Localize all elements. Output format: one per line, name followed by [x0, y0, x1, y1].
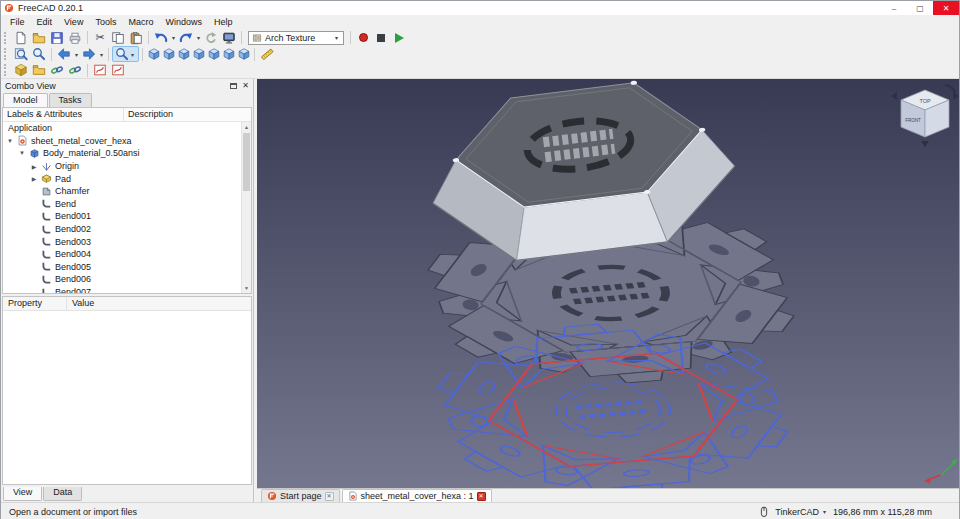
undo-button[interactable] — [152, 30, 170, 46]
copy-button[interactable] — [109, 30, 127, 46]
tab-document[interactable]: sheet_metal_cover_hexa : 1 ✕ — [342, 489, 492, 502]
expander-collapsed-icon[interactable]: ▶ — [30, 175, 38, 182]
view-top-button[interactable] — [176, 46, 191, 62]
viewport-3d-canvas[interactable]: TOP FRONT — [257, 79, 959, 488]
print-button[interactable] — [66, 30, 84, 46]
dock-panel-icon[interactable] — [230, 83, 237, 89]
toolbar-grip[interactable] — [4, 64, 9, 76]
tree-row-origin[interactable]: ▶ Origin — [3, 160, 241, 173]
tree-row-bend004[interactable]: Bend004 — [3, 248, 241, 261]
create-sketch-button[interactable] — [91, 62, 109, 78]
measure-distance-button[interactable] — [258, 46, 276, 62]
undo-dropdown-arrow-icon[interactable]: ▾ — [170, 34, 177, 41]
nav-cube-top-label[interactable]: TOP — [919, 98, 931, 104]
view-front-button[interactable] — [161, 46, 176, 62]
close-panel-icon[interactable]: ✕ — [242, 82, 249, 90]
body-icon — [29, 148, 40, 159]
view-rear-button[interactable] — [206, 46, 221, 62]
navigate-back-button[interactable] — [55, 46, 73, 62]
make-sub-link-button[interactable] — [66, 62, 84, 78]
tree-label: Bend002 — [55, 224, 91, 234]
nav-cube-front-label[interactable]: FRONT — [905, 118, 921, 123]
refresh-button[interactable] — [202, 30, 220, 46]
create-part-button[interactable] — [12, 62, 30, 78]
view-bottom-button[interactable] — [221, 46, 236, 62]
tab-data-properties[interactable]: Data — [43, 487, 82, 501]
menu-help[interactable]: Help — [208, 17, 239, 27]
new-document-button[interactable] — [12, 30, 30, 46]
tree-row-pad[interactable]: ▶ Pad — [3, 172, 241, 185]
workbench-selector[interactable]: Arch Texture ▾ — [248, 31, 344, 45]
scrollbar-thumb[interactable] — [243, 133, 250, 191]
tab-label: sheet_metal_cover_hexa : 1 — [361, 491, 474, 501]
scroll-up-icon[interactable]: ▲ — [242, 122, 251, 132]
view-isometric-button[interactable] — [146, 46, 161, 62]
navigate-forward-button[interactable] — [80, 46, 98, 62]
record-icon — [359, 33, 368, 42]
zoom-dropdown-arrow-icon[interactable]: ▾ — [129, 51, 136, 58]
tree-row-bend[interactable]: Bend — [3, 198, 241, 211]
paste-button[interactable] — [127, 30, 145, 46]
expander-expanded-icon[interactable]: ▼ — [18, 150, 26, 156]
macro-stop-button[interactable] — [372, 30, 390, 46]
macro-execute-button[interactable] — [390, 30, 408, 46]
menu-windows[interactable]: Windows — [159, 17, 208, 27]
view-right-button[interactable] — [191, 46, 206, 62]
back-dropdown-arrow-icon[interactable]: ▾ — [73, 51, 80, 58]
tree-row-bend006[interactable]: Bend006 — [3, 273, 241, 286]
3d-viewport[interactable]: TOP FRONT — [257, 79, 959, 488]
save-button[interactable] — [48, 30, 66, 46]
tree-scrollbar[interactable]: ▲ ▼ — [241, 122, 251, 293]
redo-button[interactable] — [177, 30, 195, 46]
close-tab-icon[interactable]: ✕ — [477, 492, 486, 501]
tree-row-bend001[interactable]: Bend001 — [3, 210, 241, 223]
view-left-button[interactable] — [236, 46, 251, 62]
document-tab-icon — [348, 491, 358, 501]
edit-sketch-button[interactable] — [109, 62, 127, 78]
create-group-button[interactable] — [30, 62, 48, 78]
menu-edit[interactable]: Edit — [31, 17, 59, 27]
start-page-icon — [267, 491, 277, 501]
menu-macro[interactable]: Macro — [122, 17, 159, 27]
tree-row-body[interactable]: ▼ Body_material_0.50ansi — [3, 147, 241, 160]
tree-row-bend003[interactable]: Bend003 — [3, 235, 241, 248]
cut-button[interactable]: ✂ — [91, 30, 109, 46]
tree-row-bend005[interactable]: Bend005 — [3, 261, 241, 274]
scroll-down-icon[interactable]: ▼ — [242, 283, 251, 293]
menu-tools[interactable]: Tools — [89, 17, 122, 27]
box-zoom-button[interactable]: ▾ — [112, 46, 139, 62]
fit-selection-button[interactable] — [30, 46, 48, 62]
forward-dropdown-arrow-icon[interactable]: ▾ — [98, 51, 105, 58]
tree-row-bend007[interactable]: Bend007 — [3, 286, 241, 293]
tree-header-labels: Labels & Attributes — [3, 108, 124, 121]
menu-file[interactable]: File — [4, 17, 31, 27]
fit-all-button[interactable] — [12, 46, 30, 62]
expander-collapsed-icon[interactable]: ▶ — [30, 163, 38, 170]
toolbar-grip[interactable] — [4, 48, 9, 60]
tree-row-application[interactable]: Application — [3, 122, 241, 135]
open-document-button[interactable] — [30, 30, 48, 46]
make-link-button[interactable] — [48, 62, 66, 78]
close-tab-icon[interactable]: ✕ — [325, 492, 334, 501]
toolbar-grip[interactable] — [4, 32, 9, 44]
nav-style-selector[interactable]: TinkerCAD ▾ — [775, 507, 828, 517]
property-list[interactable] — [3, 311, 251, 484]
nav-style-dropdown-arrow-icon[interactable]: ▾ — [821, 508, 828, 515]
workbench-dropdown-arrow-icon[interactable]: ▾ — [333, 34, 340, 41]
maximize-button[interactable]: ▢ — [907, 1, 933, 15]
tab-view-properties[interactable]: View — [3, 487, 42, 501]
tab-tasks[interactable]: Tasks — [49, 93, 92, 107]
tab-start-page[interactable]: Start page ✕ — [261, 489, 340, 502]
whats-this-button[interactable] — [220, 30, 238, 46]
close-button[interactable]: ✕ — [933, 1, 959, 15]
expander-expanded-icon[interactable]: ▼ — [6, 138, 14, 144]
tab-model[interactable]: Model — [3, 93, 48, 107]
play-icon — [395, 33, 404, 43]
tree-row-bend002[interactable]: Bend002 — [3, 223, 241, 236]
tree-row-chamfer[interactable]: Chamfer — [3, 185, 241, 198]
redo-dropdown-arrow-icon[interactable]: ▾ — [195, 34, 202, 41]
minimize-button[interactable]: – — [881, 1, 907, 15]
menu-view[interactable]: View — [58, 17, 89, 27]
tree-row-document[interactable]: ▼ sheet_metal_cover_hexa — [3, 135, 241, 148]
macro-record-button[interactable] — [354, 30, 372, 46]
